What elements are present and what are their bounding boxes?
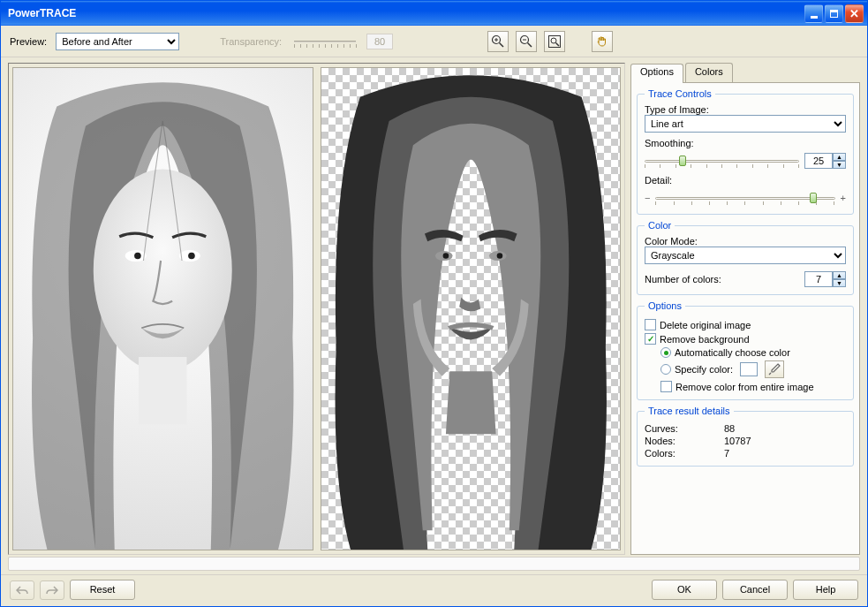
remove-background-label: Remove background bbox=[660, 334, 750, 345]
color-mode-dropdown[interactable]: Grayscale bbox=[645, 247, 846, 264]
number-colors-input bbox=[804, 271, 833, 287]
colors-up[interactable]: ▲ bbox=[833, 271, 846, 279]
transparency-label: Transparency: bbox=[220, 36, 282, 47]
curves-value: 88 bbox=[724, 423, 735, 434]
window-title: PowerTRACE bbox=[8, 7, 803, 19]
specify-color-swatch[interactable] bbox=[740, 362, 758, 376]
tab-content: Trace Controls Type of Image: Line art S… bbox=[630, 82, 860, 555]
detail-label: Detail: bbox=[645, 175, 846, 186]
smoothing-slider[interactable] bbox=[645, 152, 799, 170]
curves-label: Curves: bbox=[645, 423, 724, 434]
auto-color-radio[interactable] bbox=[660, 347, 671, 358]
colors-label: Colors: bbox=[645, 448, 724, 459]
smoothing-spinbox[interactable]: ▲▼ bbox=[804, 153, 846, 169]
ok-button[interactable]: OK bbox=[652, 580, 717, 600]
svg-line-9 bbox=[556, 42, 560, 46]
svg-point-17 bbox=[442, 253, 449, 259]
remove-background-checkbox[interactable] bbox=[645, 333, 656, 345]
trace-controls-group: Trace Controls Type of Image: Line art S… bbox=[637, 88, 854, 215]
detail-minus-icon: − bbox=[645, 193, 650, 203]
specify-color-radio[interactable] bbox=[660, 364, 671, 375]
transparency-slider bbox=[294, 34, 356, 49]
smoothing-label: Smoothing: bbox=[645, 138, 846, 148]
close-button[interactable]: ✕ bbox=[845, 4, 864, 23]
color-mode-label: Color Mode: bbox=[645, 236, 846, 247]
svg-point-15 bbox=[188, 253, 195, 260]
cancel-button[interactable]: Cancel bbox=[722, 580, 788, 600]
preview-label: Preview: bbox=[10, 36, 47, 47]
detail-plus-icon: + bbox=[841, 193, 846, 203]
maximize-button[interactable] bbox=[825, 4, 843, 23]
smoothing-up[interactable]: ▲ bbox=[833, 153, 846, 161]
help-button[interactable]: Help bbox=[793, 580, 858, 600]
svg-point-8 bbox=[551, 38, 556, 43]
svg-line-5 bbox=[528, 42, 532, 47]
preview-dropdown[interactable]: Before and After bbox=[56, 33, 179, 50]
app-window: PowerTRACE ✕ Preview: Before and After T… bbox=[0, 0, 868, 607]
minimize-button[interactable] bbox=[804, 4, 823, 23]
type-of-image-dropdown[interactable]: Line art bbox=[645, 115, 846, 133]
side-panel: Options Colors Trace Controls Type of Im… bbox=[630, 63, 860, 555]
progress-strip bbox=[8, 557, 860, 571]
svg-point-13 bbox=[134, 253, 141, 260]
color-group: Color Color Mode: Grayscale Number of co… bbox=[637, 220, 854, 295]
zoom-fit-button[interactable] bbox=[544, 31, 565, 52]
reset-button[interactable]: Reset bbox=[70, 580, 135, 600]
trace-result-details-group: Trace result details Curves: 88 Nodes: 1… bbox=[637, 406, 854, 467]
type-label: Type of Image: bbox=[645, 104, 846, 115]
smoothing-down[interactable]: ▼ bbox=[833, 161, 846, 169]
options-group: Options Delete original image Remove bac… bbox=[637, 300, 854, 400]
zoom-in-button[interactable] bbox=[487, 31, 509, 52]
svg-point-10 bbox=[94, 169, 232, 371]
tab-strip: Options Colors bbox=[630, 63, 860, 82]
main-area: Options Colors Trace Controls Type of Im… bbox=[1, 57, 867, 557]
details-legend: Trace result details bbox=[645, 406, 734, 416]
smoothing-input bbox=[804, 153, 833, 169]
remove-entire-label: Remove color from entire image bbox=[676, 382, 814, 392]
pan-button[interactable] bbox=[592, 31, 613, 52]
after-image[interactable] bbox=[321, 67, 622, 550]
number-colors-label: Number of colors: bbox=[645, 274, 801, 285]
preview-pane bbox=[8, 63, 625, 555]
zoom-out-button[interactable] bbox=[516, 31, 537, 52]
remove-entire-checkbox[interactable] bbox=[660, 381, 672, 392]
eyedropper-button[interactable] bbox=[765, 360, 784, 378]
svg-rect-11 bbox=[139, 357, 187, 424]
tab-colors[interactable]: Colors bbox=[685, 63, 733, 82]
tab-options[interactable]: Options bbox=[630, 64, 683, 83]
svg-line-1 bbox=[500, 42, 504, 47]
bottom-bar: Reset OK Cancel Help bbox=[1, 574, 867, 606]
toolbar: Preview: Before and After Transparency: … bbox=[1, 26, 867, 57]
delete-original-label: Delete original image bbox=[660, 320, 751, 330]
trace-controls-legend: Trace Controls bbox=[645, 88, 715, 99]
options-legend: Options bbox=[645, 300, 685, 311]
nodes-label: Nodes: bbox=[645, 436, 724, 446]
before-image[interactable] bbox=[12, 67, 313, 550]
svg-point-19 bbox=[496, 253, 502, 259]
specify-color-label: Specify color: bbox=[675, 364, 733, 375]
delete-original-checkbox[interactable] bbox=[645, 319, 656, 330]
color-legend: Color bbox=[645, 220, 675, 231]
colors-value: 7 bbox=[724, 448, 729, 459]
nodes-value: 10787 bbox=[724, 436, 751, 446]
auto-color-label: Automatically choose color bbox=[675, 347, 790, 358]
redo-button[interactable] bbox=[40, 580, 64, 600]
transparency-value: 80 bbox=[366, 34, 393, 49]
undo-button[interactable] bbox=[10, 580, 34, 600]
colors-down[interactable]: ▼ bbox=[833, 279, 846, 287]
detail-slider[interactable] bbox=[655, 189, 834, 207]
number-colors-spinbox[interactable]: ▲▼ bbox=[804, 271, 846, 287]
titlebar: PowerTRACE ✕ bbox=[1, 1, 867, 26]
